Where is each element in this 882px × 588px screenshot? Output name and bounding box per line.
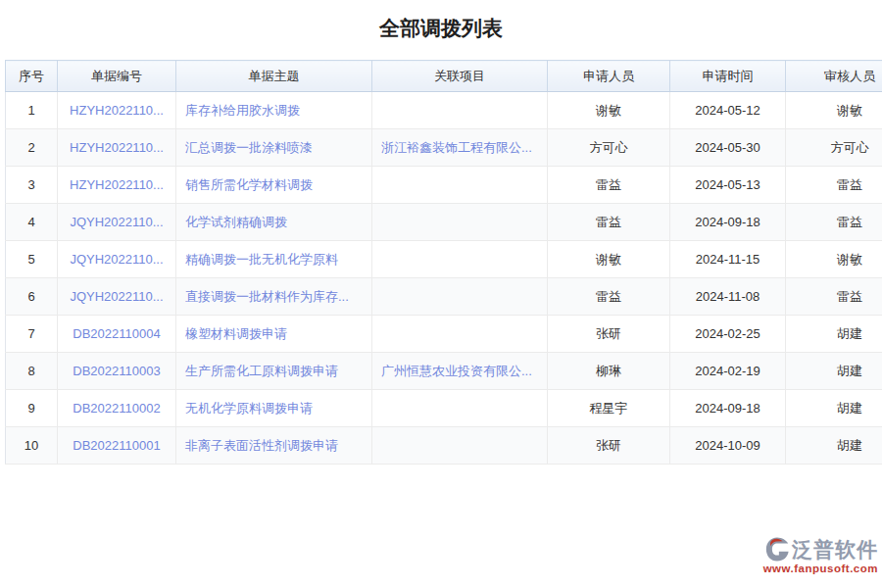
subject-link[interactable]: 库存补给用胶水调拨 <box>185 103 300 118</box>
cell-project: 广州恒慧农业投资有限公... <box>372 353 548 390</box>
cell-reviewer: 胡建 <box>786 427 882 465</box>
cell-subject: 销售所需化学材料调拨 <box>176 167 372 204</box>
cell-reviewer: 方可心 <box>786 129 882 167</box>
cell-applicant: 雷益 <box>548 278 670 316</box>
cell-subject: 橡塑材料调拨申请 <box>176 316 372 353</box>
subject-link[interactable]: 非离子表面活性剂调拨申请 <box>185 438 338 453</box>
subject-link[interactable]: 橡塑材料调拨申请 <box>185 326 287 341</box>
column-header-reviewer: 审核人员 <box>786 61 882 92</box>
doc-no-link[interactable]: DB2022110003 <box>73 364 160 378</box>
cell-subject: 化学试剂精确调拨 <box>176 204 372 241</box>
cell-doc-no: HZYH2022110... <box>58 92 176 129</box>
cell-index: 4 <box>6 204 58 241</box>
doc-no-link[interactable]: DB2022110004 <box>73 326 160 341</box>
cell-applicant: 谢敏 <box>548 92 670 129</box>
table-row: 6JQYH2022110...直接调拨一批材料作为库存...雷益2024-11-… <box>6 278 882 316</box>
cell-index: 3 <box>6 167 58 204</box>
cell-apply-time: 2024-11-08 <box>670 278 786 316</box>
doc-no-link[interactable]: HZYH2022110... <box>70 177 164 192</box>
table-row: 8DB2022110003生产所需化工原料调拨申请广州恒慧农业投资有限公...柳… <box>6 353 882 390</box>
doc-no-link[interactable]: JQYH2022110... <box>70 252 163 267</box>
cell-reviewer: 雷益 <box>786 278 882 316</box>
cell-apply-time: 2024-10-09 <box>670 427 786 465</box>
cell-doc-no: JQYH2022110... <box>58 241 176 278</box>
table-row: 10DB2022110001非离子表面活性剂调拨申请张研2024-10-09胡建 <box>6 427 882 465</box>
cell-doc-no: HZYH2022110... <box>58 167 176 204</box>
cell-project <box>372 316 548 353</box>
column-header-index: 序号 <box>6 61 58 92</box>
cell-applicant: 张研 <box>548 427 670 465</box>
doc-no-link[interactable]: JQYH2022110... <box>70 289 163 304</box>
cell-doc-no: DB2022110004 <box>58 316 176 353</box>
cell-reviewer: 雷益 <box>786 204 882 241</box>
cell-project <box>372 167 548 204</box>
subject-link[interactable]: 无机化学原料调拨申请 <box>185 401 313 416</box>
table-header: 序号单据编号单据主题关联项目申请人员申请时间审核人员 <box>6 61 882 92</box>
cell-project <box>372 241 548 278</box>
cell-apply-time: 2024-02-25 <box>670 316 786 353</box>
cell-applicant: 方可心 <box>548 129 670 167</box>
column-header-project: 关联项目 <box>372 61 548 92</box>
table-row: 2HZYH2022110...汇总调拨一批涂料喷漆浙江裕鑫装饰工程有限公...方… <box>6 129 882 167</box>
subject-link[interactable]: 销售所需化学材料调拨 <box>185 177 313 192</box>
cell-subject: 库存补给用胶水调拨 <box>176 92 372 129</box>
cell-subject: 精确调拨一批无机化学原料 <box>176 241 372 278</box>
subject-link[interactable]: 汇总调拨一批涂料喷漆 <box>185 140 313 155</box>
column-header-doc-no: 单据编号 <box>58 61 176 92</box>
column-header-subject: 单据主题 <box>176 61 372 92</box>
column-header-apply-time: 申请时间 <box>670 61 786 92</box>
cell-applicant: 柳琳 <box>548 353 670 390</box>
subject-link[interactable]: 直接调拨一批材料作为库存... <box>185 289 349 304</box>
cell-doc-no: DB2022110002 <box>58 390 176 427</box>
cell-project <box>372 92 548 129</box>
subject-link[interactable]: 精确调拨一批无机化学原料 <box>185 252 338 267</box>
table-row: 5JQYH2022110...精确调拨一批无机化学原料谢敏2024-11-15谢… <box>6 241 882 278</box>
doc-no-link[interactable]: HZYH2022110... <box>70 103 164 118</box>
project-link[interactable]: 浙江裕鑫装饰工程有限公... <box>381 140 532 155</box>
doc-no-link[interactable]: DB2022110001 <box>73 438 160 453</box>
fanpu-logo-icon <box>764 536 790 563</box>
cell-doc-no: JQYH2022110... <box>58 278 176 316</box>
cell-apply-time: 2024-09-18 <box>670 204 786 241</box>
project-link[interactable]: 广州恒慧农业投资有限公... <box>381 364 532 378</box>
cell-reviewer: 胡建 <box>786 353 882 390</box>
doc-no-link[interactable]: DB2022110002 <box>73 401 160 416</box>
transfer-table: 序号单据编号单据主题关联项目申请人员申请时间审核人员 1HZYH2022110.… <box>5 60 882 465</box>
cell-reviewer: 胡建 <box>786 316 882 353</box>
cell-reviewer: 雷益 <box>786 167 882 204</box>
cell-applicant: 程星宇 <box>548 390 670 427</box>
cell-applicant: 雷益 <box>548 204 670 241</box>
doc-no-link[interactable]: HZYH2022110... <box>70 140 164 155</box>
cell-apply-time: 2024-11-15 <box>670 241 786 278</box>
cell-index: 1 <box>6 92 58 129</box>
cell-apply-time: 2024-05-13 <box>670 167 786 204</box>
cell-reviewer: 谢敏 <box>786 241 882 278</box>
cell-apply-time: 2024-05-30 <box>670 129 786 167</box>
cell-doc-no: DB2022110003 <box>58 353 176 390</box>
cell-index: 2 <box>6 129 58 167</box>
cell-doc-no: HZYH2022110... <box>58 129 176 167</box>
cell-project: 浙江裕鑫装饰工程有限公... <box>372 129 548 167</box>
fanpu-watermark: 泛普软件 www.fanpusoft.com <box>741 536 878 574</box>
table-row: 7DB2022110004橡塑材料调拨申请张研2024-02-25胡建 <box>6 316 882 353</box>
cell-project <box>372 278 548 316</box>
doc-no-link[interactable]: JQYH2022110... <box>70 215 163 229</box>
brand-name: 泛普软件 <box>792 537 878 563</box>
subject-link[interactable]: 生产所需化工原料调拨申请 <box>185 364 338 378</box>
table-row: 9DB2022110002无机化学原料调拨申请程星宇2024-09-18胡建 <box>6 390 882 427</box>
brand-url: www.fanpusoft.com <box>763 563 878 574</box>
cell-apply-time: 2024-05-12 <box>670 92 786 129</box>
cell-subject: 直接调拨一批材料作为库存... <box>176 278 372 316</box>
subject-link[interactable]: 化学试剂精确调拨 <box>185 215 287 229</box>
table-row: 4JQYH2022110...化学试剂精确调拨雷益2024-09-18雷益 <box>6 204 882 241</box>
table-header-row: 序号单据编号单据主题关联项目申请人员申请时间审核人员 <box>6 61 882 92</box>
cell-subject: 无机化学原料调拨申请 <box>176 390 372 427</box>
table-body: 1HZYH2022110...库存补给用胶水调拨谢敏2024-05-12谢敏2H… <box>6 92 882 465</box>
cell-index: 9 <box>6 390 58 427</box>
page-title: 全部调拨列表 <box>0 0 882 42</box>
cell-index: 5 <box>6 241 58 278</box>
cell-applicant: 雷益 <box>548 167 670 204</box>
cell-subject: 汇总调拨一批涂料喷漆 <box>176 129 372 167</box>
cell-apply-time: 2024-09-18 <box>670 390 786 427</box>
cell-applicant: 谢敏 <box>548 241 670 278</box>
